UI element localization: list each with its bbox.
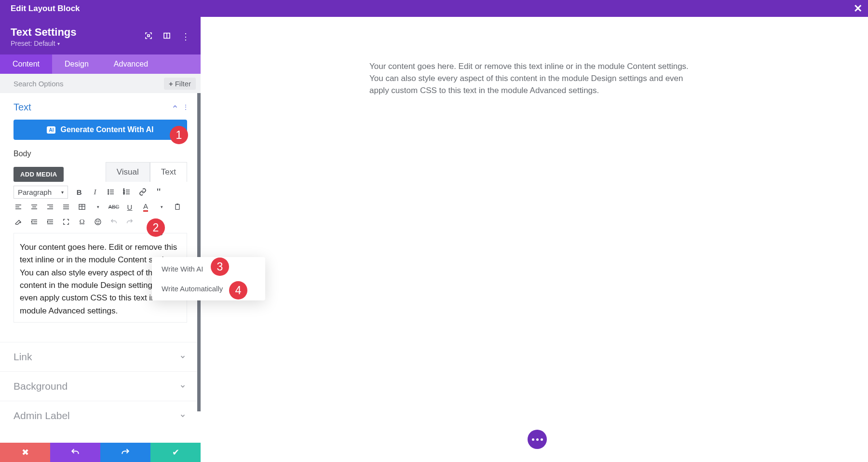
align-left-icon[interactable] [14, 202, 23, 212]
section-admin-label[interactable]: Admin Label [0, 401, 201, 424]
section-text-header[interactable]: Text ⋮ [0, 93, 201, 120]
chevron-down-icon [179, 412, 186, 419]
menu-write-automatically[interactable]: Write Automatically [152, 279, 265, 299]
svg-point-11 [95, 219, 101, 225]
list-ul-icon[interactable] [106, 187, 116, 197]
text-color-caret-icon[interactable]: ▾ [157, 202, 166, 212]
section-link-label: Link [14, 351, 32, 363]
editor-tab-visual[interactable]: Visual [106, 162, 150, 182]
list-ol-icon[interactable]: 123 [122, 187, 132, 197]
bold-icon[interactable]: B [74, 187, 84, 197]
search-input[interactable]: Search Options [14, 80, 63, 88]
section-text-label: Text [14, 102, 31, 113]
italic-icon[interactable]: I [90, 187, 100, 197]
svg-point-4 [108, 193, 109, 194]
menu-write-with-ai[interactable]: Write With AI [152, 259, 265, 279]
collapse-up-icon[interactable] [172, 103, 178, 111]
ai-badge-icon: AI [47, 126, 55, 134]
search-filter-row: Search Options + Filter [0, 74, 201, 93]
more-icon[interactable]: ⋮ [181, 31, 190, 42]
table-icon[interactable] [77, 202, 87, 212]
svg-rect-0 [148, 35, 149, 37]
omega-icon[interactable]: Ω [77, 217, 87, 227]
undo-button[interactable] [50, 443, 100, 462]
action-bar: ✖ ✔ [0, 443, 201, 462]
titlebar-title: Edit Layout Block [11, 4, 80, 14]
title-bar: Edit Layout Block ✕ [0, 0, 868, 17]
scrollbar[interactable] [197, 93, 201, 411]
quote-icon[interactable]: " [154, 187, 163, 197]
fullscreen-icon[interactable] [61, 217, 71, 227]
svg-point-13 [98, 221, 99, 221]
align-justify-icon[interactable] [61, 202, 71, 212]
emoji-icon[interactable] [93, 217, 103, 227]
underline-icon[interactable]: U [125, 202, 135, 212]
section-link[interactable]: Link [0, 342, 201, 371]
main-tabs: Content Design Advanced [0, 54, 201, 74]
indent-icon[interactable] [45, 217, 55, 227]
settings-subheader: Text Settings Preset: Default ▾ ⋮ [0, 17, 201, 54]
svg-rect-9 [176, 204, 179, 210]
page-fab-button[interactable] [528, 430, 547, 449]
chevron-down-icon [179, 353, 186, 360]
preview-text[interactable]: Your content goes here. Edit or remove t… [369, 60, 693, 96]
tab-design[interactable]: Design [52, 54, 101, 74]
text-color-icon[interactable]: A [141, 202, 150, 212]
columns-icon[interactable] [163, 32, 171, 41]
svg-point-3 [108, 191, 109, 192]
svg-point-2 [108, 190, 109, 190]
section-background-label: Background [14, 380, 68, 392]
paragraph-select[interactable]: Paragraph▾ [14, 186, 68, 199]
align-center-icon[interactable] [29, 202, 39, 212]
svg-text:3: 3 [123, 192, 125, 195]
redo-button[interactable] [100, 443, 150, 462]
link-icon[interactable] [138, 187, 148, 197]
ai-mini-icon[interactable]: AI [153, 233, 163, 235]
chevron-down-icon [179, 383, 186, 390]
preset-selector[interactable]: Preset: Default ▾ [11, 40, 77, 47]
undo-icon[interactable] [109, 217, 119, 227]
outdent-icon[interactable] [29, 217, 39, 227]
plus-icon: + [169, 80, 173, 88]
caret-down-icon: ▾ [57, 41, 60, 46]
generate-ai-label: Generate Content With AI [60, 125, 153, 134]
filter-button[interactable]: + Filter [164, 78, 196, 90]
focus-icon[interactable] [145, 32, 152, 41]
section-more-icon[interactable]: ⋮ [182, 103, 189, 111]
align-right-icon[interactable] [45, 202, 55, 212]
strikethrough-icon[interactable]: ABC [109, 202, 119, 212]
eraser-icon[interactable] [14, 217, 23, 227]
section-background[interactable]: Background [0, 371, 201, 401]
svg-rect-10 [176, 204, 178, 205]
tab-content[interactable]: Content [0, 54, 52, 74]
generate-ai-button[interactable]: AI Generate Content With AI [14, 120, 187, 140]
cancel-button[interactable]: ✖ [0, 443, 50, 462]
save-button[interactable]: ✔ [150, 443, 201, 462]
redo-icon[interactable] [125, 217, 135, 227]
editor-toolbar: Paragraph▾ B I 123 " ▾ ABC U A ▾ [0, 182, 201, 229]
svg-point-12 [96, 221, 97, 221]
paste-icon[interactable] [173, 202, 182, 212]
settings-title: Text Settings [11, 26, 77, 39]
ai-context-menu: Write With AI Write Automatically [152, 257, 265, 300]
body-field-label: Body [0, 140, 201, 162]
preview-pane: Your content goes here. Edit or remove t… [201, 17, 868, 462]
add-media-button[interactable]: ADD MEDIA [14, 167, 64, 182]
table-caret-icon[interactable]: ▾ [93, 202, 103, 212]
close-icon[interactable]: ✕ [854, 2, 862, 15]
tab-advanced[interactable]: Advanced [101, 54, 161, 74]
section-admin-label-text: Admin Label [14, 410, 70, 421]
editor-tab-text[interactable]: Text [150, 162, 187, 182]
